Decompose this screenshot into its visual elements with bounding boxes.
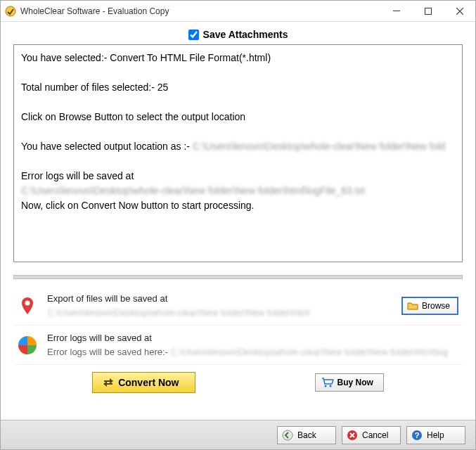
save-attachments-row: Save Attachments — [13, 27, 463, 44]
convert-now-button[interactable]: Convert Now — [92, 372, 195, 393]
app-icon — [5, 6, 16, 17]
back-button[interactable]: Back — [277, 426, 336, 444]
action-row: Convert Now Buy Now — [13, 365, 463, 399]
folder-icon — [407, 301, 418, 311]
help-button[interactable]: ? Help — [406, 426, 465, 444]
export-path: C:\Users\lenovo\Desktop\whole-clear\New … — [47, 306, 310, 320]
log-panel: You have selected:- Convert To HTML File… — [13, 44, 463, 262]
log-line-3: Click on Browse Button to select the out… — [21, 111, 245, 122]
separator — [13, 275, 463, 279]
errlog-heading: Error logs will be saved at — [47, 331, 458, 345]
svg-point-4 — [324, 385, 326, 387]
close-icon — [456, 8, 463, 15]
help-icon: ? — [411, 430, 423, 441]
maximize-icon — [425, 8, 432, 15]
bottom-bar: Back Cancel ? Help — [1, 420, 475, 449]
cancel-icon — [347, 430, 358, 441]
export-heading: Export of files will be saved at — [47, 292, 392, 306]
svg-point-6 — [283, 430, 292, 440]
svg-point-0 — [6, 6, 15, 16]
minimize-button[interactable] — [380, 1, 412, 21]
errlog-prefix: Error logs will be saved here:- — [47, 347, 171, 357]
log-line-6-path: C:\Users\lenovo\Desktop\whole-clear\New … — [21, 184, 365, 198]
cart-icon — [321, 378, 334, 387]
errlog-path: C:\Users\lenovo\Desktop\whole-clear\New … — [171, 345, 449, 359]
svg-point-3 — [25, 300, 30, 305]
browse-label: Browse — [422, 301, 450, 311]
svg-point-5 — [329, 385, 331, 387]
cancel-button[interactable]: Cancel — [342, 426, 401, 444]
help-label: Help — [427, 430, 444, 440]
svg-rect-2 — [425, 8, 431, 14]
cancel-label: Cancel — [362, 430, 388, 440]
minimize-icon — [393, 8, 400, 15]
svg-text:?: ? — [415, 431, 420, 439]
log-line-2: Total number of files selected:- 25 — [21, 82, 168, 93]
maximize-button[interactable] — [412, 1, 444, 21]
close-button[interactable] — [444, 1, 475, 21]
pie-chart-icon — [18, 335, 37, 355]
titlebar: WholeClear Software - Evaluation Copy — [1, 1, 475, 22]
log-line-4-prefix: You have selected output location as :- — [21, 141, 193, 152]
save-attachments-checkbox[interactable] — [188, 30, 199, 40]
buy-now-button[interactable]: Buy Now — [315, 373, 384, 392]
log-line-4-path: C:\Users\lenovo\Desktop\whole-clear\New … — [193, 139, 445, 154]
browse-button[interactable]: Browse — [401, 297, 458, 315]
buy-label: Buy Now — [337, 378, 373, 387]
error-logs-row: Error logs will be saved at Error logs w… — [13, 326, 463, 365]
log-line-5: Error logs will be saved at — [21, 170, 134, 181]
log-line-1: You have selected:- Convert To HTML File… — [21, 52, 271, 63]
log-line-7: Now, click on Convert Now button to star… — [21, 200, 254, 211]
back-label: Back — [297, 430, 316, 440]
svg-rect-1 — [393, 11, 400, 11]
convert-label: Convert Now — [118, 377, 179, 388]
location-pin-icon — [18, 296, 37, 316]
export-location-row: Export of files will be saved at C:\User… — [13, 286, 463, 326]
back-arrow-icon — [282, 430, 293, 441]
window-title: WholeClear Software - Evaluation Copy — [20, 6, 380, 16]
convert-icon — [103, 377, 114, 388]
save-attachments-label: Save Attachments — [203, 29, 288, 40]
